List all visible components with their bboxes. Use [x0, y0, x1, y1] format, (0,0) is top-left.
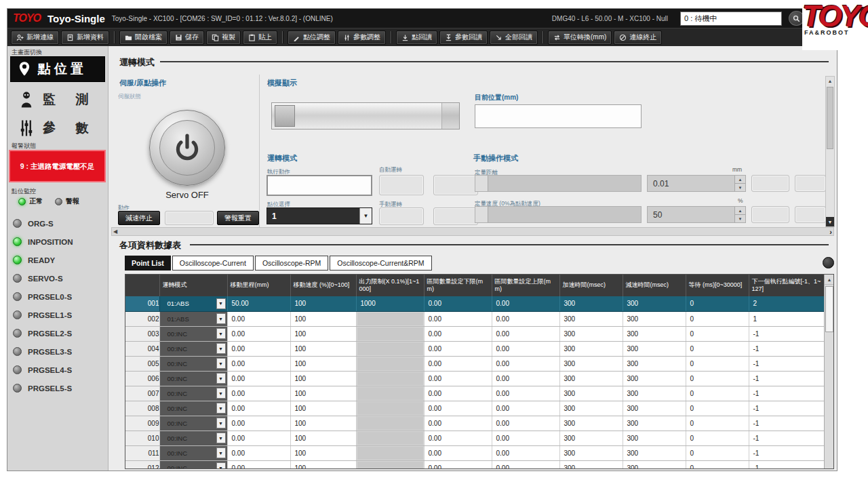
spinner-arrows[interactable]: ▲▼: [734, 207, 745, 222]
signal-servo-s[interactable]: SERVO-S: [13, 269, 105, 287]
wait-cell[interactable]: 0: [686, 416, 749, 431]
toolbar-button-0-0[interactable]: 新增連線: [11, 31, 59, 45]
lower-cell[interactable]: 0.00: [424, 341, 492, 356]
mode-cell[interactable]: 01:ABS▼: [159, 311, 227, 326]
speed-slider[interactable]: [475, 206, 642, 223]
row-number-cell[interactable]: 002: [125, 311, 159, 326]
speed-cell[interactable]: 100: [290, 311, 356, 326]
wait-cell[interactable]: 0: [686, 296, 749, 311]
upper-cell[interactable]: 0.00: [492, 401, 559, 416]
toolbar-button-2-1[interactable]: 參數調整: [338, 31, 386, 45]
toolbar-button-3-2[interactable]: 全部回讀: [490, 31, 538, 45]
upper-cell[interactable]: 0.00: [492, 445, 559, 460]
distance-cell[interactable]: 0.00: [227, 356, 290, 371]
lower-cell[interactable]: 0.00: [424, 401, 492, 416]
upper-cell[interactable]: 0.00: [492, 431, 559, 445]
accel-cell[interactable]: 300: [559, 445, 623, 460]
decel-cell[interactable]: 300: [623, 326, 686, 341]
chevron-down-icon[interactable]: ▼: [216, 462, 226, 469]
row-number-cell[interactable]: 009: [125, 416, 159, 431]
table-row-011[interactable]: 01100:INC▼0.001000.000.003003000-1: [125, 445, 824, 460]
distance-cell[interactable]: 0.00: [227, 386, 290, 401]
tab-oscilloscope-rpm[interactable]: Oscilloscope-RPM: [255, 256, 328, 271]
distance-cell[interactable]: 0.00: [227, 311, 290, 326]
speed-cell[interactable]: 100: [290, 401, 356, 416]
table-row-005[interactable]: 00500:INC▼0.001000.000.003003000-1: [125, 356, 824, 371]
sidebar-item-parameters[interactable]: 參 數: [10, 115, 105, 141]
lower-cell[interactable]: 0.00: [424, 326, 492, 341]
signal-prgsel1-s[interactable]: PRGSEL1-S: [13, 306, 105, 324]
speed-spinner[interactable]: 50 ▲▼: [647, 206, 746, 223]
mode-cell[interactable]: 00:INC▼: [159, 460, 227, 469]
tab-point-list[interactable]: Point List: [125, 256, 171, 271]
decel-cell[interactable]: 300: [623, 445, 686, 460]
table-scrollbar[interactable]: ▲: [824, 275, 834, 469]
chevron-down-icon[interactable]: ▼: [216, 328, 226, 339]
status-combo[interactable]: 0 : 待機中: [680, 12, 782, 26]
mode-dropdown[interactable]: 00:INC▼: [164, 342, 227, 356]
row-number-cell[interactable]: 001: [125, 296, 159, 311]
chevron-down-icon[interactable]: ▼: [359, 208, 372, 224]
accel-cell[interactable]: 300: [559, 356, 623, 371]
distance-cell[interactable]: 0.00: [227, 445, 290, 460]
table-row-007[interactable]: 00700:INC▼0.001000.000.003003000-1: [125, 386, 824, 401]
signal-org-s[interactable]: ORG-S: [13, 214, 105, 233]
chevron-down-icon[interactable]: ▼: [216, 343, 226, 354]
toolbar-button-3-1[interactable]: 參數回讀: [439, 31, 488, 45]
upper-cell[interactable]: 0.00: [492, 386, 559, 401]
accel-cell[interactable]: 300: [559, 416, 623, 431]
chevron-down-icon[interactable]: ▼: [216, 373, 226, 384]
next-cell[interactable]: 1: [749, 311, 824, 326]
mode-cell[interactable]: 00:INC▼: [159, 416, 227, 431]
distance-cell[interactable]: 0.00: [227, 401, 290, 416]
mode-dropdown[interactable]: 01:ABS▼: [164, 296, 227, 311]
row-number-cell[interactable]: 010: [125, 431, 159, 445]
decel-cell[interactable]: 300: [623, 431, 686, 445]
wait-cell[interactable]: 0: [686, 311, 749, 326]
scroll-thumb[interactable]: [827, 87, 833, 149]
mode-dropdown[interactable]: 00:INC▼: [164, 461, 227, 470]
mode-cell[interactable]: 00:INC▼: [159, 356, 227, 371]
mode-cell[interactable]: 01:ABS▼: [159, 296, 227, 311]
chevron-down-icon[interactable]: ▼: [216, 447, 226, 458]
lower-cell[interactable]: 0.00: [424, 416, 492, 431]
decel-stop-button[interactable]: 減速停止: [118, 211, 160, 225]
sidebar-item-monitor[interactable]: 監 測: [10, 87, 105, 113]
alarm-reset-button[interactable]: 警報重置: [217, 211, 259, 225]
mode-dropdown[interactable]: 00:INC▼: [164, 357, 227, 371]
table-row-002[interactable]: 00201:ABS▼0.001000.000.0030030001: [125, 311, 824, 326]
upper-cell[interactable]: 0.00: [492, 416, 559, 431]
distance-cell[interactable]: 0.00: [227, 431, 290, 445]
table-row-010[interactable]: 01000:INC▼0.001000.000.003003000-1: [125, 431, 824, 445]
accel-cell[interactable]: 300: [559, 431, 623, 445]
lower-cell[interactable]: 0.00: [424, 431, 492, 445]
exec-action-field[interactable]: [267, 175, 372, 196]
table-row-001[interactable]: 00101:ABS▼50.0010010000.000.0030030002: [125, 296, 824, 311]
table-row-006[interactable]: 00600:INC▼0.001000.000.003003000-1: [125, 371, 824, 386]
wait-cell[interactable]: 0: [686, 431, 749, 445]
accel-cell[interactable]: 300: [559, 296, 623, 311]
toolbar-button-1-3[interactable]: 貼上: [243, 31, 277, 45]
speed-cell[interactable]: 100: [290, 341, 356, 356]
upper-cell[interactable]: 0.00: [492, 460, 559, 469]
alarm-message-box[interactable]: 9 : 主迴路電源電壓不足: [9, 150, 106, 182]
next-cell[interactable]: -1: [749, 356, 824, 371]
table-row-009[interactable]: 00900:INC▼0.001000.000.003003000-1: [125, 416, 824, 431]
scroll-right-icon[interactable]: ›: [829, 228, 832, 235]
toolbar-button-0-1[interactable]: 新增資料: [61, 31, 109, 45]
speed-cell[interactable]: 100: [290, 371, 356, 386]
decel-cell[interactable]: 300: [623, 401, 686, 416]
toolbar-button-1-2[interactable]: 複製: [206, 31, 241, 45]
toolbar-button-2-0[interactable]: 點位調整: [288, 31, 336, 45]
decel-cell[interactable]: 300: [623, 341, 686, 356]
toolbar-button-1-1[interactable]: 儲存: [170, 31, 204, 45]
lower-cell[interactable]: 0.00: [424, 386, 492, 401]
point-select-dropdown[interactable]: 1 ▼: [267, 207, 372, 224]
signal-inposition[interactable]: INPOSITION: [13, 233, 105, 251]
upper-cell[interactable]: 0.00: [492, 371, 559, 386]
tab-oscilloscope-current[interactable]: Oscilloscope-Current: [172, 256, 254, 271]
distance-cell[interactable]: 0.00: [227, 326, 290, 341]
accel-cell[interactable]: 300: [559, 386, 623, 401]
next-cell[interactable]: -1: [749, 416, 824, 431]
lower-cell[interactable]: 0.00: [424, 460, 492, 469]
